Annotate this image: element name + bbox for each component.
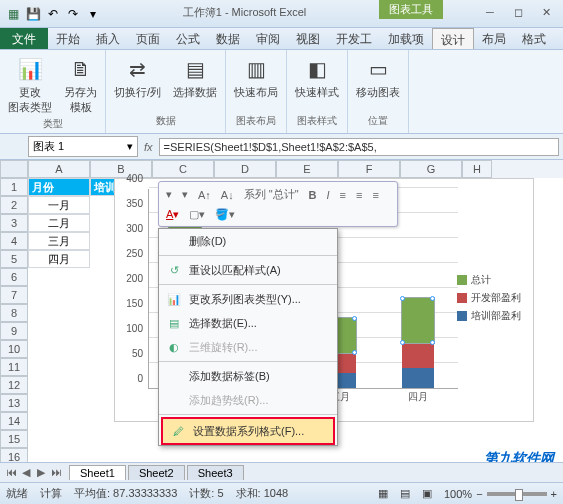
tab-addins[interactable]: 加载项 [380,28,432,49]
name-box[interactable]: 图表 1▾ [28,136,138,157]
cell-A2[interactable]: 一月 [28,196,90,214]
col-header[interactable]: D [214,160,276,178]
context-menu: 删除(D) ↺重设以匹配样式(A) 📊更改系列图表类型(Y)... ▤选择数据(… [158,228,338,446]
zoom-level[interactable]: 100% [444,488,472,500]
col-header[interactable]: H [462,160,492,178]
sheet-tab-1[interactable]: Sheet1 [69,465,126,480]
row-header[interactable]: 11 [0,358,28,376]
quick-layout-button[interactable]: ▥快速布局 [232,53,280,102]
tab-layout2[interactable]: 布局 [474,28,514,49]
font-dropdown[interactable]: ▾ [162,186,176,203]
cell-A3[interactable]: 二月 [28,214,90,232]
cell-A5[interactable]: 四月 [28,250,90,268]
row-header[interactable]: 3 [0,214,28,232]
formula-bar[interactable]: =SERIES(Sheet1!$D$1,Sheet1!$A$2:$A$5, [159,138,559,156]
row-header[interactable]: 2 [0,196,28,214]
ctx-add-data-labels[interactable]: 添加数据标签(B) [159,364,337,388]
prev-sheet-icon[interactable]: ◀ [19,466,33,479]
select-data-button[interactable]: ▤选择数据 [171,53,219,102]
align-icon[interactable]: ≡ [368,187,382,203]
cell-A1[interactable]: 月份 [28,178,90,196]
ctx-change-chart-type[interactable]: 📊更改系列图表类型(Y)... [159,287,337,311]
italic-icon[interactable]: I [323,187,334,203]
view-normal-icon[interactable]: ▦ [378,487,388,500]
minimize-icon[interactable]: ─ [479,4,501,20]
zoom-in-icon[interactable]: + [551,488,557,500]
font-size-dropdown[interactable]: ▾ [178,186,192,203]
shrink-font-icon[interactable]: A↓ [217,187,238,203]
tab-formula[interactable]: 公式 [168,28,208,49]
align-icon[interactable]: ≡ [336,187,350,203]
col-header[interactable]: C [152,160,214,178]
close-icon[interactable]: ✕ [535,4,557,20]
grow-font-icon[interactable]: A↑ [194,187,215,203]
row-header[interactable]: 12 [0,376,28,394]
row-header[interactable]: 5 [0,250,28,268]
col-header[interactable]: G [400,160,462,178]
save-icon[interactable]: 💾 [24,5,42,23]
tab-insert[interactable]: 插入 [88,28,128,49]
row-header[interactable]: 8 [0,304,28,322]
font-color-icon[interactable]: A▾ [162,206,183,223]
fill-color-icon[interactable]: 🪣▾ [211,206,239,223]
tab-review[interactable]: 审阅 [248,28,288,49]
sheet-tab-3[interactable]: Sheet3 [187,465,244,480]
tab-home[interactable]: 开始 [48,28,88,49]
cell-A4[interactable]: 三月 [28,232,90,250]
row-header[interactable]: 13 [0,394,28,412]
undo-icon[interactable]: ↶ [44,5,62,23]
border-icon[interactable]: ▢▾ [185,206,209,223]
tab-page-layout[interactable]: 页面 [128,28,168,49]
mini-toolbar[interactable]: ▾ ▾ A↑ A↓ 系列 "总计" B I ≡ ≡ ≡ A▾ ▢▾ 🪣▾ [158,181,398,227]
zoom-control[interactable]: 100% − + [444,488,557,500]
row-header[interactable]: 9 [0,322,28,340]
row-header[interactable]: 6 [0,268,28,286]
qat-dropdown-icon[interactable]: ▾ [84,5,102,23]
ribbon-body: 📊更改 图表类型 🗎另存为 模板 类型 ⇄切换行/列 ▤选择数据 数据 ▥快速布… [0,50,563,134]
row-header[interactable]: 1 [0,178,28,196]
ctx-delete[interactable]: 删除(D) [159,229,337,253]
ctx-select-data[interactable]: ▤选择数据(E)... [159,311,337,335]
quick-style-button[interactable]: ◧快速样式 [293,53,341,102]
row-header[interactable]: 7 [0,286,28,304]
zoom-slider[interactable] [487,492,547,496]
tab-format[interactable]: 格式 [514,28,554,49]
maximize-icon[interactable]: ◻ [507,4,529,20]
tab-view[interactable]: 视图 [288,28,328,49]
move-chart-button[interactable]: ▭移动图表 [354,53,402,102]
next-sheet-icon[interactable]: ▶ [34,466,48,479]
save-as-template-button[interactable]: 🗎另存为 模板 [62,53,99,117]
row-header[interactable]: 15 [0,430,28,448]
redo-icon[interactable]: ↷ [64,5,82,23]
view-layout-icon[interactable]: ▤ [400,487,410,500]
row-header[interactable]: 14 [0,412,28,430]
tab-data[interactable]: 数据 [208,28,248,49]
fx-icon[interactable]: fx [144,141,153,153]
col-header[interactable]: F [338,160,400,178]
zoom-out-icon[interactable]: − [476,488,482,500]
col-header[interactable]: A [28,160,90,178]
row-header[interactable]: 4 [0,232,28,250]
tab-developer[interactable]: 开发工 [328,28,380,49]
switch-row-col-button[interactable]: ⇄切换行/列 [112,53,163,102]
chevron-down-icon[interactable]: ▾ [127,140,133,153]
chart-type-icon: 📊 [16,55,44,83]
legend-item: 培训部盈利 [471,309,521,323]
col-header[interactable]: E [276,160,338,178]
ctx-reset-style[interactable]: ↺重设以匹配样式(A) [159,258,337,282]
last-sheet-icon[interactable]: ⏭ [49,466,63,479]
series-label: 系列 "总计" [240,185,303,204]
chart-legend[interactable]: 总计 开发部盈利 培训部盈利 [457,269,527,327]
view-break-icon[interactable]: ▣ [422,487,432,500]
select-all-corner[interactable] [0,160,28,178]
row-header[interactable]: 10 [0,340,28,358]
template-icon: 🗎 [67,55,95,83]
tab-design[interactable]: 设计 [432,28,474,49]
ctx-format-data-series[interactable]: 🖉设置数据系列格式(F)... [161,417,335,445]
align-icon[interactable]: ≡ [352,187,366,203]
tab-file[interactable]: 文件 [0,28,48,49]
change-chart-type-button[interactable]: 📊更改 图表类型 [6,53,54,117]
bold-icon[interactable]: B [305,187,321,203]
sheet-tab-2[interactable]: Sheet2 [128,465,185,480]
first-sheet-icon[interactable]: ⏮ [4,466,18,479]
